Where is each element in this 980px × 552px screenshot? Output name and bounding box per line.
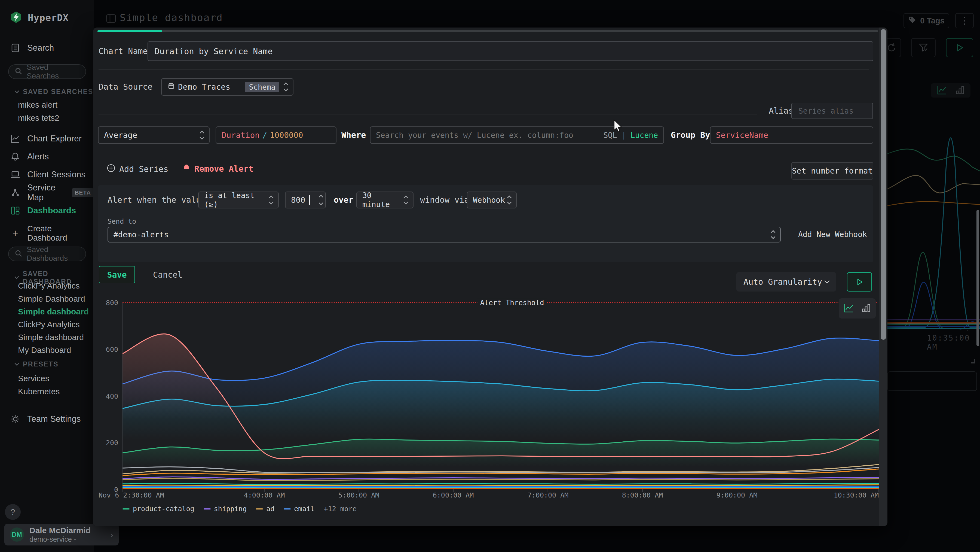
hyperdx-logo-icon (10, 11, 22, 24)
sidebar-item-team-settings[interactable]: Team Settings (0, 412, 94, 426)
group-by-field[interactable]: ServiceName (710, 126, 873, 144)
add-series-button[interactable]: Add Series (107, 164, 169, 174)
alert-channel-select[interactable]: Webhook (467, 191, 517, 209)
saved-dashboards-input[interactable]: Saved Dashboards (8, 247, 86, 261)
sidebar-item-label: Client Sessions (27, 170, 86, 180)
x-tick-label: 8:00:00 AM (622, 491, 663, 499)
data-source-label: Data Source (99, 78, 153, 96)
window-via-label: window via (420, 191, 469, 209)
x-tick-label: 6:00:00 AM (433, 491, 474, 499)
x-tick-label: 4:00:00 AM (244, 491, 285, 499)
series-alias-input[interactable] (791, 103, 873, 119)
sidebar-item-label: Dashboards (27, 206, 76, 215)
alias-label: Alias (769, 103, 793, 119)
alert-threshold-label: Alert Threshold (477, 298, 547, 307)
remove-alert-button[interactable]: Remove Alert (182, 164, 253, 174)
alert-threshold-input[interactable]: 800 (285, 191, 326, 209)
dashboard-item[interactable]: ClickPy Analytics (0, 318, 94, 331)
sidebar-item-dashboards[interactable]: Dashboards (0, 204, 94, 218)
dashboard-item[interactable]: Simple Dashboard (0, 293, 94, 305)
preview-chart: 800 600 400 200 0 Alert Threshold Nov 6 … (99, 297, 879, 523)
line-chart-icon (843, 302, 855, 315)
webhook-select[interactable]: #demo-alerts (108, 227, 781, 242)
data-source-select[interactable]: Demo Traces Schema (161, 78, 293, 96)
sidebar-item-label: Search (27, 43, 54, 53)
select-chevrons-icon (284, 83, 288, 91)
alert-config-panel: Alert when the value is at least (≥) 800… (98, 185, 873, 262)
saved-searches-header[interactable]: SAVED SEARCHES (0, 88, 94, 96)
help-button[interactable]: ? (5, 504, 21, 520)
number-spinner[interactable] (319, 195, 323, 204)
dashboard-item-active[interactable]: Simple dashboard (0, 305, 94, 318)
logo-text: HyperDX (28, 12, 68, 23)
granularity-select[interactable]: Auto Granularity (737, 272, 836, 292)
x-tick-label: 5:00:00 AM (338, 491, 379, 499)
sidebar-item-service-map[interactable]: Service Map BETA (0, 185, 94, 200)
preview-run-button[interactable] (847, 272, 872, 292)
dashboard-item[interactable]: ClickPy Analytics (0, 279, 94, 292)
formula-field[interactable]: Duration/1000000 (216, 126, 336, 144)
modal-scrollbar-thumb[interactable] (881, 29, 886, 340)
window-scrollbar-thumb[interactable] (977, 210, 979, 346)
dashboard-item[interactable]: My Dashboard (0, 344, 94, 356)
preset-item[interactable]: Kubernetes (0, 385, 94, 398)
chart-type-toggle[interactable] (839, 298, 876, 319)
set-number-format-button[interactable]: Set number format (791, 162, 873, 180)
sidebar-item-search[interactable]: Search (0, 41, 94, 55)
user-name: Dale McDiarmid (29, 526, 105, 535)
preset-item[interactable]: Services (0, 372, 94, 385)
database-icon (167, 82, 175, 92)
save-button[interactable]: Save (99, 266, 135, 283)
series-swatch (256, 508, 263, 509)
alert-condition-select[interactable]: is at least (≥) (198, 191, 279, 209)
lucene-toggle[interactable]: Lucene (630, 131, 658, 140)
add-new-webhook-button[interactable]: Add New Webhook (798, 227, 867, 242)
select-chevrons-icon (200, 131, 204, 139)
bell-icon (10, 151, 21, 162)
edit-chart-modal: Chart Name Data Source Demo Traces Schem… (93, 27, 888, 526)
send-to-label: Send to (108, 217, 136, 225)
user-subtitle: demo-service - (29, 535, 105, 543)
legend-more-link[interactable]: +12 more (324, 505, 356, 513)
chevron-down-icon (15, 361, 19, 365)
y-tick-label: 800 (99, 299, 118, 307)
divider (99, 70, 869, 70)
legend-item[interactable]: ad (256, 505, 274, 513)
create-dashboard-button[interactable]: + Create Dashboard (0, 226, 94, 240)
sidebar: HyperDX Search Saved Searches SAVED SEAR… (0, 0, 94, 552)
user-menu[interactable]: DM Dale McDiarmid demo-service - › (4, 524, 119, 546)
series-swatch (284, 508, 291, 509)
legend-item[interactable]: product-catalog (123, 505, 194, 513)
alert-window-select[interactable]: 30 minute (356, 191, 414, 209)
saved-search-item[interactable]: mikes tets2 (0, 112, 94, 124)
modal-accent-bar (97, 30, 878, 32)
series-swatch (204, 508, 211, 509)
bar-chart-icon (861, 302, 872, 314)
aggregation-select[interactable]: Average (98, 126, 210, 144)
sidebar-item-alerts[interactable]: Alerts (0, 150, 94, 164)
where-search-input[interactable] (376, 131, 601, 140)
chevron-down-icon (14, 274, 19, 279)
cancel-button[interactable]: Cancel (153, 266, 182, 283)
chart-name-label: Chart Name (99, 41, 148, 61)
divider (99, 114, 757, 115)
y-tick-label: 600 (99, 346, 118, 353)
legend-item[interactable]: email (284, 505, 314, 513)
search-icon (15, 67, 22, 76)
x-tick-label: 9:00:00 AM (716, 491, 757, 499)
search-journal-icon (10, 43, 21, 53)
presets-header[interactable]: PRESETS (0, 360, 94, 368)
saved-search-item[interactable]: mikes alert (0, 99, 94, 111)
saved-searches-input[interactable]: Saved Searches (8, 64, 86, 79)
sidebar-item-client-sessions[interactable]: Client Sessions (0, 168, 94, 182)
search-icon (15, 250, 22, 258)
chart-name-input[interactable] (148, 41, 873, 61)
plus-circle-icon (107, 164, 115, 174)
legend-item[interactable]: shipping (204, 505, 247, 513)
sidebar-item-chart-explorer[interactable]: Chart Explorer (0, 132, 94, 146)
chart-plot (123, 302, 879, 493)
avatar: DM (10, 528, 24, 542)
modal-scrollbar[interactable] (879, 27, 888, 526)
dashboard-item[interactable]: Simple dashboard (0, 331, 94, 343)
select-chevrons-icon (508, 196, 511, 204)
